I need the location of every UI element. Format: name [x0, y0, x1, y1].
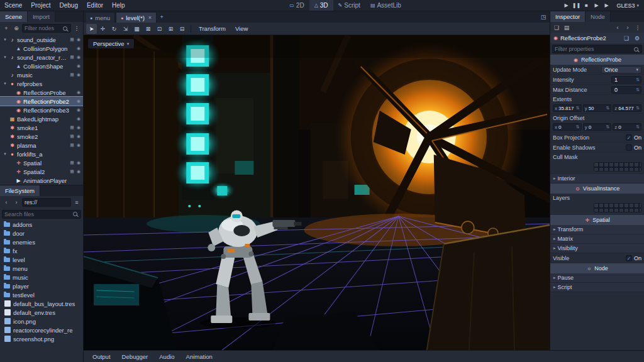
pause-button[interactable]: ❚❚ — [571, 3, 581, 8]
filesystem-entry[interactable]: addons — [0, 220, 83, 229]
filesystem-entry[interactable]: icon.png — [0, 317, 83, 326]
add-node-button[interactable]: + — [2, 24, 11, 33]
spinner-arrows[interactable]: ⇅ — [636, 106, 640, 111]
scene-tree-item[interactable]: ▦ BakedLightmap ◉ — [0, 114, 83, 123]
category-reflectionprobe[interactable]: ◉ ReflectionProbe — [550, 55, 644, 65]
play-custom-scene-button[interactable]: ▶ — [601, 3, 611, 8]
spinner-arrows[interactable]: ⇅ — [576, 124, 580, 129]
scene-tree-item[interactable]: ▾ ● refprobes — [0, 79, 83, 88]
scene-tree-item[interactable]: ◉ ReflectionProbe3 ◉ — [0, 106, 83, 114]
filesystem-entry[interactable]: player — [0, 282, 83, 290]
scene-tree-item[interactable]: ✱ plasma ▦ ◉ — [0, 141, 83, 150]
scene-tree-item[interactable]: ✱ smoke1 ▦ ◉ — [0, 123, 83, 132]
distraction-free-button[interactable]: ◳ — [539, 13, 548, 21]
expander-icon[interactable]: ▾ — [3, 37, 8, 42]
visibility-badge-icons[interactable]: ◉ — [77, 63, 81, 69]
scene-tab-level[interactable]: ● level(*) × — [116, 12, 157, 23]
bottom-tab-audio[interactable]: Audio — [154, 352, 179, 361]
spinner-arrows[interactable]: ⇅ — [636, 87, 640, 92]
visibility-badge-icons[interactable]: ▦ ◉ — [70, 143, 81, 148]
visibility-badge-icons[interactable]: ▦ ◉ — [70, 169, 81, 174]
rotate-tool[interactable]: ↻ — [109, 24, 119, 34]
scene-tree-menu-button[interactable]: ⋮ — [72, 24, 81, 33]
workspace-3d[interactable]: △ 3D — [309, 0, 333, 11]
enable-shadows-checkbox[interactable] — [626, 145, 632, 151]
tab-import[interactable]: Import — [28, 11, 55, 22]
resource-path-input[interactable] — [25, 199, 69, 206]
extents-y-field[interactable]: y 50 ⇅ — [583, 104, 612, 112]
visibility-badge-icons[interactable]: ◉ — [77, 99, 81, 104]
origin-z-field[interactable]: z 0 ⇅ — [613, 123, 641, 131]
group-pause[interactable]: ▸ Pause — [550, 273, 644, 283]
list-select-tool[interactable]: ▦ — [131, 24, 142, 34]
visible-checkbox[interactable]: ✓ — [626, 255, 632, 261]
filesystem-entry[interactable]: menu — [0, 264, 83, 273]
bottom-tab-debugger[interactable]: Debugger — [117, 352, 153, 361]
spinner-arrows[interactable]: ⇅ — [636, 124, 640, 129]
workspace-script[interactable]: ✎ Script — [333, 0, 365, 11]
cull-mask-grid[interactable] — [594, 162, 641, 172]
category-spatial[interactable]: ✛ Spatial — [550, 215, 644, 225]
new-resource-button[interactable]: ❏ — [552, 23, 561, 32]
new-scene-tab-button[interactable]: + — [157, 13, 166, 21]
close-tab-icon[interactable]: × — [148, 14, 152, 21]
open-docs-button[interactable]: ❏ — [622, 34, 631, 43]
group-transform[interactable]: ▸ Transform — [550, 225, 644, 234]
visibility-badge-icons[interactable]: ◉ — [77, 46, 81, 51]
category-node[interactable]: ○ Node — [550, 263, 644, 273]
visibility-badge-icons[interactable]: ◉ — [77, 116, 81, 121]
renderer-dropdown[interactable]: GLES3 ▾ — [611, 0, 644, 11]
menu-editor[interactable]: Editor — [82, 0, 108, 11]
instance-scene-button[interactable]: ⊕ — [12, 24, 21, 33]
menu-help[interactable]: Help — [108, 0, 130, 11]
group-selected-button[interactable]: ⊞ — [165, 24, 176, 34]
workspace-assetlib[interactable]: ▤ AssetLib — [365, 0, 406, 11]
scene-tree-item[interactable]: ▾ ♪ sound_outside ▦ ◉ — [0, 35, 83, 44]
scene-tree-item[interactable]: ◉ ReflectionProbe ◉ — [0, 88, 83, 97]
visibility-badge-icons[interactable]: ◉ — [77, 107, 81, 112]
filesystem-entry[interactable]: default_bus_layout.tres — [0, 299, 83, 308]
box-projection-checkbox[interactable]: ✓ — [626, 134, 632, 141]
update-mode-dropdown[interactable]: Once ▾ — [601, 66, 641, 74]
menu-scene[interactable]: Scene — [0, 0, 26, 11]
group-script[interactable]: ▸ Script — [550, 283, 644, 292]
play-button[interactable]: ▶ — [561, 3, 571, 8]
origin-x-field[interactable]: x 0 ⇅ — [553, 123, 582, 131]
visibility-badge-icons[interactable]: ▦ ◉ — [70, 55, 81, 60]
menu-project[interactable]: Project — [26, 0, 55, 11]
group-matrix[interactable]: ▸ Matrix — [550, 234, 644, 244]
filesystem-entry[interactable]: level — [0, 255, 83, 264]
expander-icon[interactable]: ▾ — [3, 81, 8, 86]
scene-tree-item[interactable]: ▶ AnimationPlayer — [0, 176, 83, 185]
visibility-badge-icons[interactable]: ◉ — [77, 90, 81, 95]
tab-node[interactable]: Node — [586, 11, 611, 22]
visibility-badge-icons[interactable]: ▦ ◉ — [70, 37, 81, 42]
category-visualinstance[interactable]: ⊙ VisualInstance — [550, 184, 644, 194]
history-back-button[interactable]: ‹ — [2, 198, 11, 207]
tab-filesystem[interactable]: FileSystem — [0, 185, 40, 196]
group-visibility[interactable]: ▸ Visibility — [550, 244, 644, 253]
scene-tree-item[interactable]: ✱ smoke2 ▦ ◉ — [0, 132, 83, 141]
unlock-selected-button[interactable]: ⊡ — [154, 24, 165, 34]
visibility-badge-icons[interactable]: ▦ ◉ — [70, 125, 81, 130]
scene-tree-item[interactable]: ▾ ♪ sound_reactor_room ▦ ◉ — [0, 53, 83, 62]
filesystem-entry[interactable]: screenshot.png — [0, 334, 83, 343]
history-forward-button[interactable]: › — [623, 23, 632, 32]
filter-nodes-input[interactable] — [25, 25, 62, 31]
stop-button[interactable]: ■ — [581, 3, 591, 8]
filesystem-menu-button[interactable]: ≡ — [72, 198, 81, 207]
extents-x-field[interactable]: x 35.817 ⇅ — [553, 104, 582, 112]
visibility-badge-icons[interactable]: ▦ ◉ — [70, 160, 81, 165]
filesystem-entry[interactable]: default_env.tres — [0, 308, 83, 317]
filter-properties-input[interactable] — [555, 46, 633, 52]
spinner-arrows[interactable]: ⇅ — [576, 106, 580, 111]
filesystem-entry[interactable]: fx — [0, 246, 83, 255]
move-tool[interactable]: ✛ — [97, 24, 108, 34]
menu-debug[interactable]: Debug — [55, 0, 82, 11]
intensity-field[interactable]: 1 ⇅ — [611, 76, 641, 84]
scene-tree-item[interactable]: ✛ Spatial2 ▦ ◉ — [0, 167, 83, 176]
scene-tab-menu[interactable]: ● menu — [85, 12, 115, 23]
load-resource-button[interactable]: ▤ — [562, 23, 571, 32]
layers-grid[interactable] — [594, 203, 641, 212]
3d-viewport-canvas[interactable] — [84, 35, 550, 350]
